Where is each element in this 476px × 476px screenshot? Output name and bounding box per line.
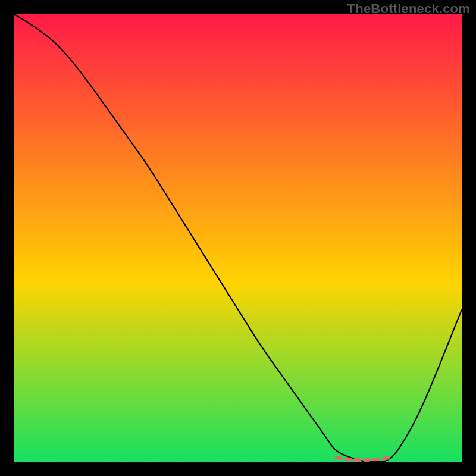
chart-container: TheBottleneck.com — [0, 0, 476, 476]
bottleneck-plot — [0, 0, 476, 476]
plot-background — [14, 14, 462, 462]
watermark-text: TheBottleneck.com — [347, 1, 470, 17]
